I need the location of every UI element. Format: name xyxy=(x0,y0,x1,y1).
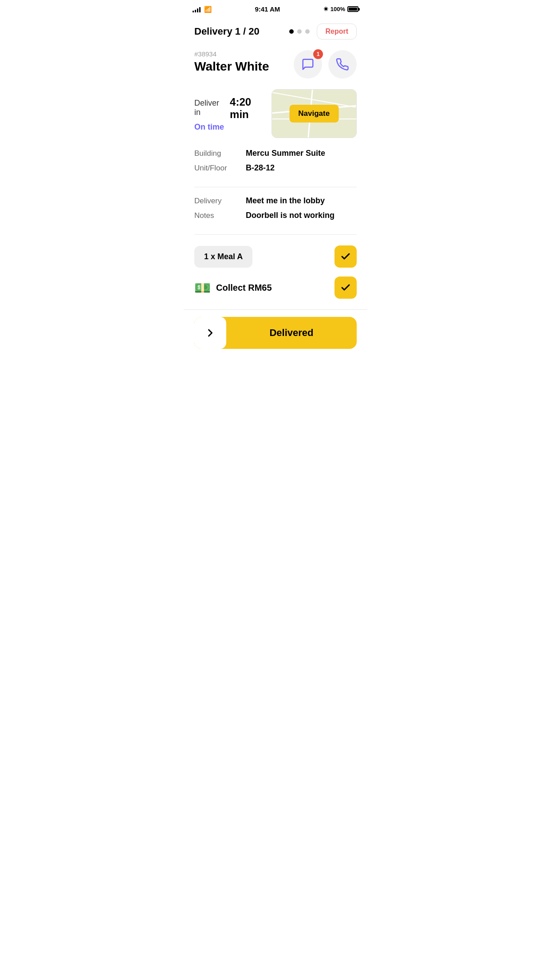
dot-1 xyxy=(289,29,294,34)
money-icon: 💵 xyxy=(194,280,211,296)
building-section: Building Mercu Summer Suite Unit/Floor B… xyxy=(184,145,367,185)
delivery-note-label: Delivery xyxy=(194,197,239,205)
collect-label: Collect RM65 xyxy=(216,283,272,293)
building-row: Building Mercu Summer Suite xyxy=(194,149,357,158)
wifi-icon: 📶 xyxy=(204,6,212,13)
items-section: 1 x Meal A 💵 Collect RM65 xyxy=(184,242,367,309)
unit-row: Unit/Floor B-28-12 xyxy=(194,163,357,173)
deliver-label: Deliver in 4:20 min xyxy=(194,96,272,121)
call-button[interactable] xyxy=(328,50,357,79)
meal-check-button[interactable] xyxy=(335,245,357,268)
signal-icon xyxy=(193,6,201,12)
delivered-arrow xyxy=(194,317,226,349)
collect-row: 💵 Collect RM65 xyxy=(194,277,357,299)
building-label: Building xyxy=(194,149,239,158)
dot-2 xyxy=(297,29,302,34)
meal-item-row: 1 x Meal A xyxy=(194,245,357,268)
notes-section: Delivery Meet me in the lobby Notes Door… xyxy=(184,194,367,233)
notes-value: Doorbell is not working xyxy=(246,211,335,220)
status-bar: 📶 9:41 AM ✷ 100% xyxy=(184,0,367,16)
delivery-time: 4:20 min xyxy=(230,96,271,121)
battery-icon xyxy=(347,6,358,12)
status-right: ✷ 100% xyxy=(323,6,358,12)
collect-checkmark-icon xyxy=(340,282,351,293)
bluetooth-icon: ✷ xyxy=(323,6,328,12)
delivered-text: Delivered xyxy=(226,327,357,339)
collect-check-button[interactable] xyxy=(335,277,357,299)
phone-icon xyxy=(336,58,349,71)
action-buttons: 1 xyxy=(294,50,357,79)
customer-section: #38934 Walter White 1 xyxy=(184,45,367,86)
chat-icon xyxy=(301,58,315,71)
meal-item-label: 1 x Meal A xyxy=(194,246,252,268)
customer-name: Walter White xyxy=(194,59,269,74)
delivery-title: Delivery 1 / 20 xyxy=(194,26,260,37)
deliver-in-text: Deliver in xyxy=(194,99,226,117)
battery-percent: 100% xyxy=(331,6,345,12)
delivery-note-row: Delivery Meet me in the lobby xyxy=(194,196,357,205)
navigate-button[interactable]: Navigate xyxy=(289,105,338,122)
bottom-section: Delivered xyxy=(184,309,367,360)
delivery-note-value: Meet me in the lobby xyxy=(246,196,325,205)
building-value: Mercu Summer Suite xyxy=(246,149,325,158)
arrow-right-icon xyxy=(204,327,216,339)
status-time: 9:41 AM xyxy=(255,5,280,13)
divider-2 xyxy=(194,234,357,235)
delivered-button[interactable]: Delivered xyxy=(194,317,357,349)
on-time-status: On time xyxy=(194,122,272,132)
checkmark-icon xyxy=(340,251,351,262)
dot-3 xyxy=(305,29,310,34)
notes-label: Notes xyxy=(194,211,239,220)
collect-left: 💵 Collect RM65 xyxy=(194,280,272,296)
header: Delivery 1 / 20 Report xyxy=(184,16,367,45)
customer-info: #38934 Walter White xyxy=(194,50,269,74)
unit-label: Unit/Floor xyxy=(194,164,239,173)
message-badge: 1 xyxy=(313,49,323,59)
map-container[interactable]: Navigate xyxy=(272,89,357,138)
header-right: Report xyxy=(289,24,357,40)
order-number: #38934 xyxy=(194,50,269,58)
pagination-dots xyxy=(289,29,310,34)
message-button[interactable]: 1 xyxy=(294,50,322,79)
delivery-time-section: Deliver in 4:20 min On time Navigate xyxy=(184,86,367,145)
divider-1 xyxy=(194,187,357,187)
delivery-time-info: Deliver in 4:20 min On time xyxy=(194,96,272,132)
unit-value: B-28-12 xyxy=(246,163,275,173)
notes-row: Notes Doorbell is not working xyxy=(194,211,357,220)
status-left: 📶 xyxy=(193,6,212,13)
report-button[interactable]: Report xyxy=(317,24,357,40)
